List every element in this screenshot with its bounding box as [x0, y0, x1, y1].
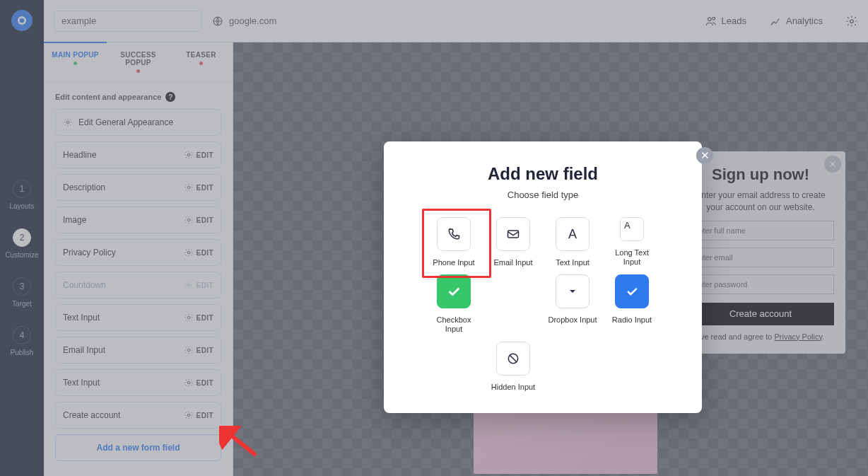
phone-icon [437, 217, 471, 251]
annotation-arrow-icon [219, 426, 262, 461]
field-type-phone[interactable]: Phone Input [429, 217, 479, 267]
field-type-label: Text Input [556, 258, 590, 267]
checkbox-icon [437, 274, 471, 308]
field-type-label: Email Input [493, 258, 532, 267]
modal-title: Add new field [404, 164, 682, 184]
field-type-checkbox[interactable]: Checkbox Input [429, 274, 479, 334]
field-type-label: Checkbox Input [429, 315, 479, 334]
field-type-text[interactable]: A Text Input [548, 217, 597, 267]
add-field-modal: ✕ Add new field Choose field type Phone … [384, 141, 702, 413]
field-type-dropbox[interactable]: Dropbox Input [548, 274, 597, 334]
hidden-icon [496, 342, 530, 376]
dropdown-icon [556, 274, 590, 308]
svg-rect-16 [508, 231, 519, 238]
field-type-radio[interactable]: Radio Input [607, 274, 657, 334]
long-text-icon: A [620, 217, 644, 241]
field-type-grid: Phone Input Email Input A Text Input A L… [404, 217, 682, 392]
field-type-label: Radio Input [612, 315, 652, 325]
field-type-label: Phone Input [433, 258, 474, 267]
modal-close-button[interactable]: ✕ [696, 147, 713, 164]
field-type-long-text[interactable]: A Long Text Input [607, 217, 657, 267]
modal-subtitle: Choose field type [404, 190, 682, 200]
field-type-hidden[interactable]: Hidden Input [488, 342, 538, 392]
radio-icon [615, 274, 649, 308]
field-type-label: Hidden Input [491, 383, 535, 392]
field-type-label: Long Text Input [607, 248, 657, 267]
field-type-label: Dropbox Input [548, 315, 597, 325]
email-icon [496, 217, 530, 251]
field-type-email[interactable]: Email Input [488, 217, 538, 267]
text-icon: A [556, 217, 590, 251]
